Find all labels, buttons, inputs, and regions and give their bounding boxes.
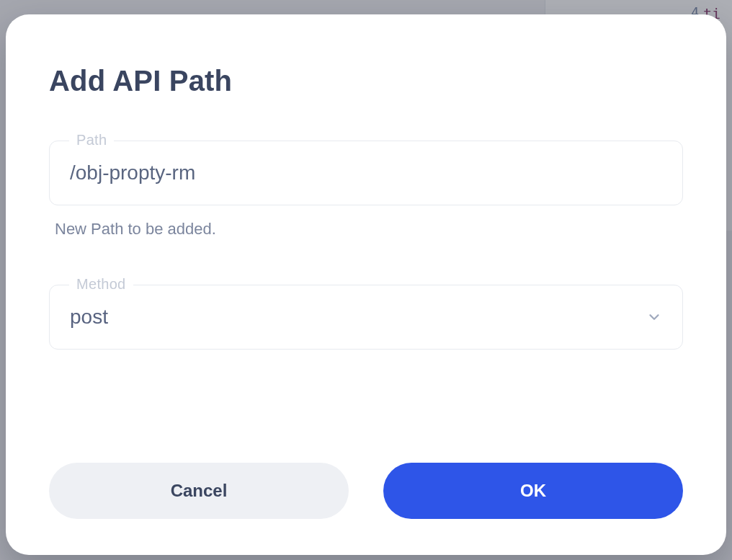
dialog-button-row: Cancel OK (49, 463, 683, 519)
method-label: Method (69, 276, 133, 293)
chevron-down-icon (646, 309, 662, 325)
dialog-title: Add API Path (49, 65, 683, 97)
path-input[interactable] (49, 141, 683, 205)
add-api-path-dialog: Add API Path Path New Path to be added. … (6, 14, 726, 555)
method-select-value: post (70, 306, 108, 329)
ok-button[interactable]: OK (383, 463, 683, 519)
method-field-wrap: Method post (49, 285, 683, 350)
cancel-button[interactable]: Cancel (49, 463, 349, 519)
path-label: Path (69, 132, 114, 148)
path-helper-text: New Path to be added. (55, 220, 683, 239)
method-select[interactable]: post (49, 285, 683, 350)
path-field-wrap: Path (49, 141, 683, 205)
